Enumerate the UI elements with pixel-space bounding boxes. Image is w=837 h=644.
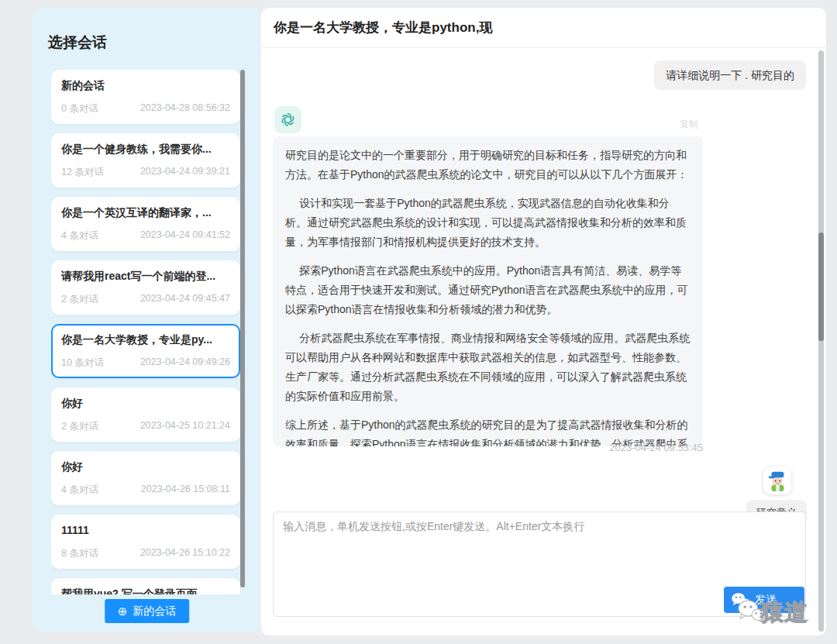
conversation-time: 2023-04-26 15:10:22	[140, 547, 230, 560]
assistant-paragraph: 设计和实现一套基于Python的武器爬虫系统，实现武器信息的自动化收集和分析。通…	[285, 194, 691, 252]
conversation-time: 2023-04-24 09:49:26	[140, 356, 230, 370]
conversation-title: 你好	[61, 460, 230, 474]
conversation-card[interactable]: 11111 8 条对话 2023-04-26 15:10:22	[51, 515, 240, 569]
conversation-card[interactable]: 你好 4 条对话 2023-04-26 15:08:11	[51, 451, 240, 505]
conversation-card[interactable]: 你好 2 条对话 2023-04-25 10:21:24	[51, 387, 240, 442]
chat-title: 你是一名大学教授，专业是python,现	[274, 19, 492, 36]
chat-scrollbar-thumb[interactable]	[818, 232, 824, 341]
conversation-time: 2023-04-24 09:39:21	[140, 166, 230, 179]
conversation-title: 帮我用vue2 写一个登录页面	[61, 587, 230, 594]
conversation-time: 2023-04-24 09:41:52	[140, 229, 230, 243]
user-avatar	[763, 467, 791, 494]
conversation-count: 4 条对话	[61, 484, 98, 497]
conversation-time: 2023-04-25 10:21:24	[140, 420, 230, 433]
new-conversation-label: 新的会话	[133, 604, 176, 618]
user-message-bubble: 请详细说明一下 . 研究目的	[654, 60, 806, 90]
conversation-title: 你是一个英汉互译的翻译家，...	[61, 206, 230, 220]
conversation-count: 8 条对话	[61, 547, 98, 560]
conversation-title: 你好	[61, 397, 230, 411]
conversation-card-selected[interactable]: 你是一名大学教授，专业是py... 10 条对话 2023-04-24 09:4…	[51, 324, 240, 378]
conversation-count: 4 条对话	[61, 229, 98, 243]
conversation-card[interactable]: 帮我用vue2 写一个登录页面	[51, 578, 240, 594]
chat-scrollbar-track[interactable]	[818, 50, 824, 632]
conversation-card[interactable]: 请帮我用react写一个前端的登... 2 条对话 2023-04-24 09:…	[51, 260, 240, 315]
message-timestamp: 2023-04-24 09:53:45	[273, 442, 703, 453]
wechat-icon	[731, 591, 751, 609]
conversation-count: 2 条对话	[61, 293, 98, 306]
message-input[interactable]	[283, 520, 796, 580]
conversation-title: 11111	[61, 524, 230, 536]
conversation-time: 2023-04-28 08:56:32	[140, 102, 230, 115]
assistant-avatar	[274, 106, 301, 133]
conversation-time: 2023-04-24 09:45:47	[140, 293, 230, 306]
assistant-paragraph: 探索Python语言在武器爬虫系统中的应用。Python语言具有简洁、易读、易学…	[285, 261, 691, 319]
chat-header: 你是一名大学教授，专业是python,现	[261, 8, 826, 48]
circle-plus-icon: ⊕	[118, 605, 128, 617]
assistant-message-bubble: 研究目的是论文中的一个重要部分，用于明确研究的目标和任务，指导研究的方向和方法。…	[273, 136, 703, 446]
conversation-count: 10 条对话	[61, 356, 104, 370]
assistant-paragraph: 分析武器爬虫系统在军事情报、商业情报和网络安全等领域的应用。武器爬虫系统可以帮助…	[285, 329, 691, 406]
sidebar-title: 选择会话	[48, 33, 107, 53]
conversation-time: 2023-04-26 15:08:11	[141, 484, 230, 497]
conversation-card[interactable]: 新的会话 0 条对话 2023-04-28 08:56:32	[51, 70, 240, 124]
assistant-paragraph: 研究目的是论文中的一个重要部分，用于明确研究的目标和任务，指导研究的方向和方法。…	[285, 146, 691, 184]
conversation-count: 2 条对话	[61, 420, 98, 433]
send-button-label: 发送	[755, 593, 777, 607]
conversation-count: 12 条对话	[61, 166, 104, 179]
sidebar-scrollbar[interactable]	[240, 70, 245, 587]
conversation-title: 请帮我用react写一个前端的登...	[61, 270, 230, 284]
copy-button[interactable]: 复制	[680, 118, 698, 131]
conversation-title: 新的会话	[61, 79, 230, 93]
conversation-sidebar: 选择会话 新的会话 0 条对话 2023-04-28 08:56:32 你是一个…	[33, 8, 261, 632]
conversation-title: 你是一名大学教授，专业是py...	[61, 333, 230, 347]
boy-with-cap-avatar-icon	[766, 469, 789, 492]
conversation-list[interactable]: 新的会话 0 条对话 2023-04-28 08:56:32 你是一个健身教练，…	[51, 70, 246, 594]
new-conversation-button[interactable]: ⊕ 新的会话	[105, 599, 190, 623]
conversation-title: 你是一个健身教练，我需要你...	[61, 143, 230, 157]
send-button[interactable]: 发送	[724, 587, 804, 613]
conversation-count: 0 条对话	[61, 102, 98, 115]
conversation-card[interactable]: 你是一个健身教练，我需要你... 12 条对话 2023-04-24 09:39…	[51, 133, 240, 188]
conversation-card[interactable]: 你是一个英汉互译的翻译家，... 4 条对话 2023-04-24 09:41:…	[51, 197, 240, 251]
chat-panel: 你是一名大学教授，专业是python,现 请详细说明一下 . 研究目的 复制 研…	[261, 8, 826, 635]
message-input-box: 发送 猿道	[273, 511, 806, 617]
app-page: 选择会话 新的会话 0 条对话 2023-04-28 08:56:32 你是一个…	[0, 0, 837, 644]
openai-logo-icon	[280, 112, 296, 128]
